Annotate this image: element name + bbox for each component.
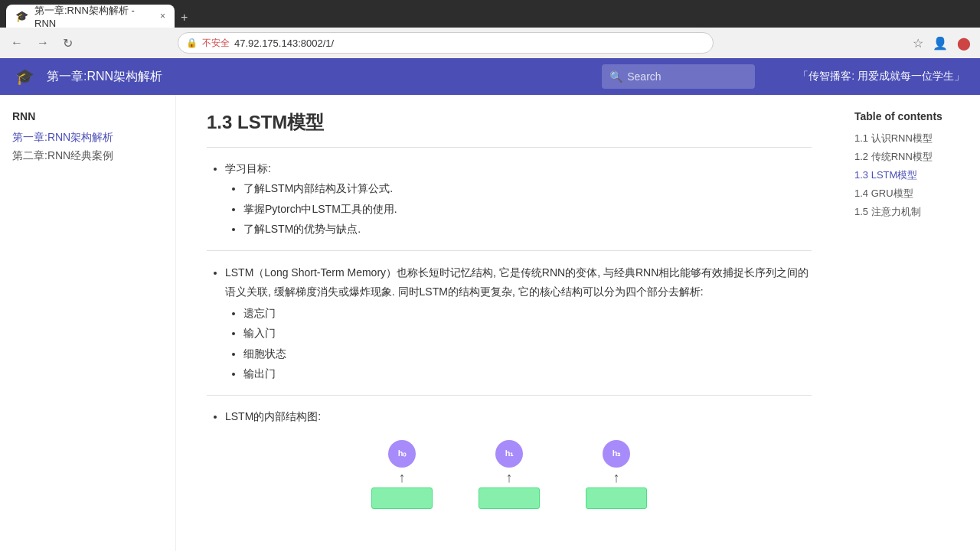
lstm-circle-2: h₂	[603, 440, 630, 468]
list-item: 掌握Pytorch中LSTM工具的使用.	[243, 201, 812, 217]
toolbar-icons: ☆ 👤 ⬤	[910, 33, 974, 54]
divider-2	[207, 250, 812, 251]
lstm-node-1: h₁ ↑	[479, 440, 540, 509]
page-heading: 1.3 LSTM模型	[207, 110, 812, 135]
divider-1	[207, 147, 812, 148]
app-header: 🎓 第一章:RNN架构解析 🔍 Search 「传智播客: 用爱成就每一位学生」	[0, 58, 980, 95]
lstm-arrow-up-0: ↑	[399, 471, 406, 484]
list-item: 了解LSTM的优势与缺点.	[243, 220, 812, 237]
tab-close-button[interactable]: ×	[160, 11, 165, 21]
security-label: 不安全	[202, 37, 230, 50]
back-button[interactable]: ←	[6, 33, 28, 53]
list-item: 了解LSTM内部结构及计算公式.	[243, 180, 812, 197]
lstm-components-list: 遗忘门 输入门 细胞状态 输出门	[225, 305, 812, 383]
menu-icon[interactable]: ⬤	[954, 33, 974, 54]
app-logo-icon: 🎓	[15, 67, 34, 86]
lstm-intro-list: LSTM（Long Short-Term Memory）也称长短时记忆结构, 它…	[207, 263, 812, 383]
tab-favicon: 🎓	[15, 10, 28, 22]
toc-title: Table of contents	[854, 110, 968, 122]
profile-icon[interactable]: 👤	[929, 33, 951, 54]
lstm-intro-text: LSTM（Long Short-Term Memory）也称长短时记忆结构, 它…	[225, 266, 808, 298]
page-layout: RNN 第一章:RNN架构解析 第二章:RNN经典案例 1.3 LSTM模型 学…	[0, 95, 980, 551]
learning-goals-label: 学习目标:	[225, 162, 271, 174]
learning-goals-item: 学习目标: 了解LSTM内部结构及计算公式. 掌握Pytorch中LSTM工具的…	[225, 160, 812, 238]
diagram-section-list: LSTM的内部结构图:	[207, 408, 812, 425]
toc-item-14[interactable]: 1.4 GRU模型	[854, 187, 968, 201]
address-bar[interactable]: 🔒 不安全 47.92.175.143:8002/1/	[178, 32, 714, 54]
sidebar: RNN 第一章:RNN架构解析 第二章:RNN经典案例	[0, 95, 176, 551]
main-content: 1.3 LSTM模型 学习目标: 了解LSTM内部结构及计算公式. 掌握Pyto…	[176, 95, 842, 551]
tab-title: 第一章:RNN架构解析 - RNN	[34, 4, 154, 29]
new-tab-button[interactable]: +	[175, 8, 194, 28]
diagram-label-text: LSTM的内部结构图:	[225, 410, 321, 422]
sidebar-item-chapter2[interactable]: 第二章:RNN经典案例	[12, 147, 163, 165]
lstm-circle-0: h₀	[388, 440, 416, 468]
active-tab[interactable]: 🎓 第一章:RNN架构解析 - RNN ×	[6, 5, 175, 28]
app-title: 第一章:RNN架构解析	[47, 69, 162, 85]
lstm-box-1	[479, 487, 540, 509]
lstm-box-0	[371, 487, 433, 509]
forward-button[interactable]: →	[32, 33, 54, 53]
lstm-arrow-up-2: ↑	[613, 471, 620, 484]
tab-bar: 🎓 第一章:RNN架构解析 - RNN × +	[0, 0, 980, 28]
toc-item-13[interactable]: 1.3 LSTM模型	[854, 168, 968, 182]
lstm-box-2	[586, 487, 647, 509]
refresh-button[interactable]: ↻	[58, 33, 77, 54]
toc-sidebar: Table of contents 1.1 认识RNN模型 1.2 传统RNN模…	[842, 95, 980, 551]
sidebar-item-chapter1[interactable]: 第一章:RNN架构解析	[12, 129, 163, 147]
lstm-circle-1: h₁	[495, 440, 523, 468]
list-item: 输入门	[243, 324, 812, 341]
learning-goals-subitems: 了解LSTM内部结构及计算公式. 掌握Pytorch中LSTM工具的使用. 了解…	[225, 180, 812, 237]
list-item: 输出门	[243, 365, 812, 382]
sidebar-section-title: RNN	[12, 110, 163, 122]
search-placeholder-text: Search	[627, 70, 661, 83]
lstm-diagram: h₀ ↑ h₁ ↑ h₂ ↑	[207, 440, 812, 517]
list-item: 遗忘门	[243, 305, 812, 321]
lstm-node-2: h₂ ↑	[586, 440, 647, 509]
lstm-arrow-up-1: ↑	[506, 471, 513, 484]
toc-item-12[interactable]: 1.2 传统RNN模型	[854, 150, 968, 164]
address-bar-row: ← → ↻ 🔒 不安全 47.92.175.143:8002/1/ ☆ 👤 ⬤	[0, 28, 980, 58]
lstm-intro-item: LSTM（Long Short-Term Memory）也称长短时记忆结构, 它…	[225, 263, 812, 383]
divider-3	[207, 395, 812, 396]
toc-item-15[interactable]: 1.5 注意力机制	[854, 205, 968, 219]
lstm-node-0: h₀ ↑	[371, 440, 433, 509]
search-icon: 🔍	[609, 70, 622, 83]
security-icon: 🔒	[186, 37, 198, 48]
learning-goals-list: 学习目标: 了解LSTM内部结构及计算公式. 掌握Pytorch中LSTM工具的…	[207, 160, 812, 238]
url-text: 47.92.175.143:8002/1/	[234, 37, 705, 49]
bookmark-icon[interactable]: ☆	[910, 33, 926, 54]
diagram-label-item: LSTM的内部结构图:	[225, 408, 812, 425]
search-box[interactable]: 🔍 Search	[602, 64, 755, 89]
brand-slogan: 「传智播客: 用爱成就每一位学生」	[798, 70, 965, 83]
list-item: 细胞状态	[243, 345, 812, 362]
toc-item-11[interactable]: 1.1 认识RNN模型	[854, 132, 968, 145]
